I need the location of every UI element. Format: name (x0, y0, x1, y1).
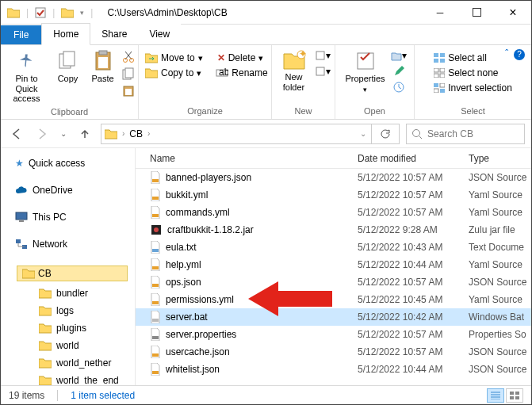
sidebar-world-end[interactable]: world_the_end (1, 372, 135, 385)
copy-path-icon[interactable] (122, 67, 135, 80)
chevron-right-icon[interactable]: › (121, 129, 126, 138)
large-icons-view-button[interactable] (506, 388, 523, 403)
open-icon[interactable]: ▾ (391, 50, 407, 61)
sidebar-network[interactable]: Network (1, 235, 135, 253)
copy-icon (58, 50, 78, 72)
paste-shortcut-icon[interactable] (122, 85, 135, 97)
back-button[interactable] (7, 124, 26, 143)
sidebar-this-pc[interactable]: This PC (1, 208, 135, 226)
file-row[interactable]: usercache.json5/12/2022 10:57 AMJSON Sou… (136, 343, 531, 361)
move-to-button[interactable]: Move to ▾ (144, 52, 205, 64)
rename-icon: ab (216, 68, 228, 78)
sidebar-world-nether[interactable]: world_nether (1, 354, 135, 372)
svg-rect-44 (152, 266, 159, 269)
folder-icon (39, 340, 52, 351)
file-row[interactable]: bukkit.yml5/12/2022 10:57 AMYaml Source (136, 186, 531, 204)
chevron-right-icon[interactable]: › (146, 129, 151, 138)
invert-selection-button[interactable]: Invert selection (432, 82, 514, 94)
svg-rect-28 (440, 74, 445, 78)
group-select-label: Select (461, 105, 485, 117)
file-row[interactable]: permissions.yml5/12/2022 10:45 AMYaml So… (136, 291, 531, 308)
svg-rect-38 (152, 179, 159, 182)
refresh-icon[interactable] (375, 128, 396, 139)
search-input[interactable]: Search CB (406, 124, 525, 144)
checkbox-icon[interactable] (35, 7, 46, 18)
copy-to-button[interactable]: Copy to ▾ (144, 67, 203, 79)
sidebar-quick-access[interactable]: ★Quick access (1, 155, 135, 172)
details-view-button[interactable] (487, 388, 504, 403)
file-type: Yaml Source (469, 189, 531, 201)
sidebar-onedrive[interactable]: OneDrive (1, 181, 135, 199)
file-row[interactable]: banned-players.json5/12/2022 10:57 AMJSO… (136, 169, 531, 186)
pin-to-quick-access-button[interactable]: Pin to Quick access (5, 48, 49, 105)
cut-icon[interactable] (122, 50, 135, 63)
svg-rect-40 (152, 214, 159, 217)
file-row[interactable]: commands.yml5/12/2022 10:57 AMYaml Sourc… (136, 204, 531, 221)
sidebar-plugins[interactable]: plugins (1, 319, 135, 337)
file-date: 5/12/2022 10:57 AM (358, 346, 469, 357)
svg-rect-27 (434, 74, 438, 78)
file-name: server.properties (166, 329, 236, 340)
select-all-button[interactable]: Select all (432, 52, 514, 64)
svg-point-33 (413, 129, 420, 136)
file-type: Yaml Source (469, 259, 531, 270)
folder-icon (39, 357, 52, 369)
new-item-icon[interactable]: ▾ (315, 50, 331, 61)
file-type: Properties So (469, 329, 531, 340)
file-row[interactable]: help.yml5/12/2022 10:44 AMYaml Source (136, 256, 531, 273)
close-button[interactable]: × (495, 1, 531, 25)
copy-button[interactable]: Copy (52, 48, 84, 86)
minimize-button[interactable]: ─ (422, 1, 458, 25)
edit-icon[interactable] (391, 66, 407, 77)
svg-rect-3 (63, 52, 75, 66)
recent-dropdown[interactable]: ⌄ (58, 124, 69, 143)
delete-button[interactable]: ✕Delete ▾ (216, 52, 266, 64)
svg-rect-36 (16, 239, 21, 243)
file-row[interactable]: eula.txt5/12/2022 10:43 AMText Docume (136, 239, 531, 256)
file-name: help.yml (166, 259, 201, 270)
rename-button[interactable]: abRename (214, 67, 269, 79)
svg-rect-52 (515, 392, 519, 395)
column-header-name[interactable]: Nameˆ (136, 153, 358, 164)
help-icon[interactable]: ˆ ? (505, 48, 525, 60)
tab-home[interactable]: Home (41, 23, 90, 45)
file-row[interactable]: server.properties5/12/2022 10:57 AMPrope… (136, 326, 531, 343)
file-type: Zulu jar file (469, 224, 531, 235)
up-button[interactable] (75, 124, 94, 143)
file-type: Text Docume (469, 242, 531, 253)
sidebar-logs[interactable]: logs (1, 302, 135, 319)
tab-file[interactable]: File (1, 25, 41, 44)
svg-point-42 (154, 227, 159, 232)
forward-button[interactable] (33, 124, 52, 143)
history-icon[interactable] (391, 82, 407, 93)
address-bar[interactable]: › CB › ⌄ (101, 124, 400, 144)
tab-share[interactable]: Share (90, 24, 138, 44)
sidebar-world[interactable]: world (1, 337, 135, 354)
invert-selection-icon (434, 83, 445, 93)
select-none-button[interactable]: Select none (432, 67, 514, 79)
qat-dropdown[interactable]: ▾ (80, 9, 84, 17)
svg-rect-6 (98, 57, 108, 68)
properties-button[interactable]: Properties▾ (343, 48, 388, 95)
paste-button[interactable]: Paste (87, 48, 119, 86)
pin-icon (16, 50, 38, 72)
file-row[interactable]: ops.json5/12/2022 10:57 AMJSON Source (136, 273, 531, 291)
svg-rect-43 (152, 249, 159, 252)
address-dropdown[interactable]: ⌄ (358, 129, 368, 138)
sidebar-bundler[interactable]: bundler (1, 285, 135, 302)
file-row[interactable]: craftbukkit-1.18.2.jar5/12/2022 9:28 AMZ… (136, 221, 531, 239)
sidebar-cb-folder[interactable]: CB (1, 262, 135, 285)
file-row[interactable]: server.bat5/12/2022 10:42 AMWindows Bat (136, 308, 531, 326)
svg-text:✦: ✦ (299, 50, 306, 59)
tab-view[interactable]: View (138, 24, 181, 44)
breadcrumb-cb[interactable]: CB (129, 128, 143, 139)
file-row[interactable]: whitelist.json5/12/2022 10:44 AMJSON Sou… (136, 361, 531, 378)
new-folder-button[interactable]: ✦ New folder (277, 48, 312, 94)
column-header-type[interactable]: Type (469, 153, 531, 164)
svg-rect-26 (440, 68, 445, 72)
svg-rect-25 (434, 68, 438, 72)
svg-rect-31 (434, 89, 438, 93)
maximize-button[interactable] (458, 1, 495, 25)
easy-access-icon[interactable]: ▾ (315, 66, 331, 77)
copy-to-icon (145, 67, 158, 78)
